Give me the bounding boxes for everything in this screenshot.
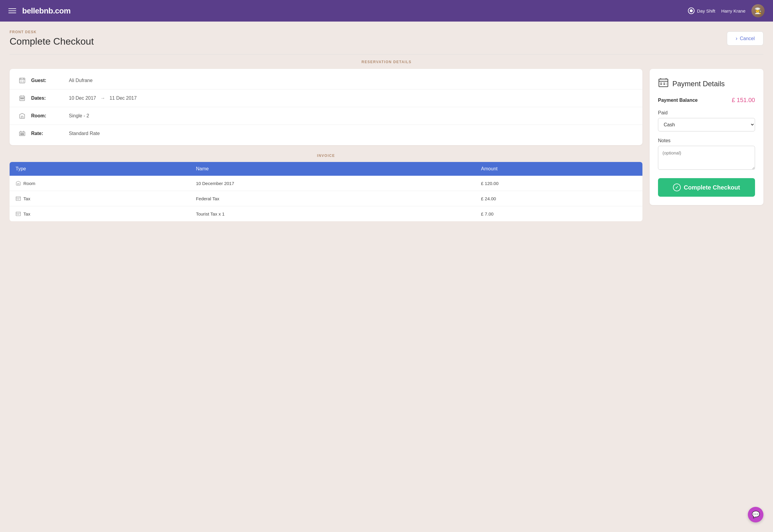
hamburger-menu[interactable]	[8, 8, 16, 13]
cancel-button[interactable]: › Cancel	[727, 31, 763, 46]
payment-balance-row: Payment Balance £ 151.00	[658, 97, 755, 104]
table-row: Tax Tourist Tax x 1 £ 7.00	[10, 206, 642, 222]
header-left: bellebnb.com	[8, 6, 71, 16]
name-cell: 10 December 2017	[190, 176, 475, 191]
type-cell: Tax	[10, 191, 190, 206]
table-row: Room 10 December 2017 £ 120.00	[10, 176, 642, 191]
rate-icon	[18, 130, 26, 137]
type-cell: Tax	[10, 206, 190, 222]
right-column: Payment Details Payment Balance £ 151.00…	[650, 69, 763, 205]
notes-input[interactable]	[658, 146, 755, 170]
name-cell: Tourist Tax x 1	[190, 206, 475, 222]
chat-fab[interactable]: 💬	[748, 507, 763, 522]
svg-rect-12	[21, 98, 22, 99]
content-row: Guest: Ali Dufrane Dates: 10 Dec 2017 →	[10, 69, 763, 221]
page-header-left: FRONT DESK Complete Checkout	[10, 30, 94, 47]
svg-rect-20	[22, 134, 24, 135]
reservation-card: Guest: Ali Dufrane Dates: 10 Dec 2017 →	[10, 69, 642, 145]
room-value: Single - 2	[69, 113, 89, 119]
amount-cell: £ 24.00	[475, 191, 642, 206]
reservation-section-label: RESERVATION DETAILS	[10, 54, 763, 64]
page-content: FRONT DESK Complete Checkout › Cancel RE…	[0, 22, 773, 230]
svg-rect-14	[23, 98, 24, 99]
header: bellebnb.com Day Shift Harry Krane 👨‍🍳	[0, 0, 773, 22]
svg-rect-13	[22, 98, 23, 99]
user-name: Harry Krane	[721, 8, 745, 13]
guest-value: Ali Dufrane	[69, 78, 93, 83]
dates-value: 10 Dec 2017 → 11 Dec 2017	[69, 96, 137, 101]
col-amount: Amount	[475, 162, 642, 176]
cancel-label: Cancel	[740, 36, 755, 41]
amount-cell: £ 120.00	[475, 176, 642, 191]
arrow-icon: →	[100, 96, 106, 101]
brand-logo: bellebnb.com	[22, 6, 71, 16]
balance-value: £ 151.00	[732, 97, 755, 104]
guest-row: Guest: Ali Dufrane	[10, 72, 642, 90]
chevron-right-icon: ›	[736, 35, 737, 42]
dates-row: Dates: 10 Dec 2017 → 11 Dec 2017	[10, 90, 642, 107]
rate-label: Rate:	[31, 131, 64, 136]
notes-label: Notes	[658, 138, 755, 143]
paid-label: Paid	[658, 110, 755, 116]
table-row: Tax Federal Tax £ 24.00	[10, 191, 642, 206]
checkout-button-label: Complete Checkout	[684, 184, 740, 191]
svg-rect-0	[19, 78, 25, 83]
payment-icon	[658, 77, 669, 90]
type-cell: Room	[10, 176, 190, 191]
complete-checkout-button[interactable]: ✓ Complete Checkout	[658, 178, 755, 197]
calendar-icon	[18, 95, 26, 101]
sun-icon	[688, 7, 695, 14]
rate-value: Standard Rate	[69, 131, 100, 136]
svg-rect-16	[19, 132, 25, 136]
chat-icon: 💬	[752, 511, 760, 519]
room-icon	[18, 113, 26, 119]
payment-title: Payment Details	[672, 80, 725, 88]
date-to: 11 Dec 2017	[110, 96, 137, 101]
shift-label: Day Shift	[697, 8, 715, 13]
date-from: 10 Dec 2017	[69, 96, 96, 101]
day-shift[interactable]: Day Shift	[688, 7, 715, 14]
rate-row: Rate: Standard Rate	[10, 125, 642, 142]
invoice-table: Type Name Amount Room 10 December 2017 £…	[10, 162, 642, 221]
dates-label: Dates:	[31, 96, 64, 101]
invoice-section-label: INVOICE	[10, 152, 642, 158]
check-circle-icon: ✓	[673, 184, 681, 191]
name-cell: Federal Tax	[190, 191, 475, 206]
payment-card: Payment Details Payment Balance £ 151.00…	[650, 69, 763, 205]
svg-rect-19	[21, 134, 22, 135]
left-column: Guest: Ali Dufrane Dates: 10 Dec 2017 →	[10, 69, 642, 221]
svg-rect-17	[21, 133, 22, 134]
payment-method-select[interactable]: CashCardBank TransferOther	[658, 118, 755, 131]
balance-label: Payment Balance	[658, 98, 698, 103]
amount-cell: £ 7.00	[475, 206, 642, 222]
room-label: Room:	[31, 113, 64, 119]
guest-icon	[18, 77, 26, 84]
col-type: Type	[10, 162, 190, 176]
breadcrumb: FRONT DESK	[10, 30, 94, 34]
header-right: Day Shift Harry Krane 👨‍🍳	[688, 4, 765, 17]
col-name: Name	[190, 162, 475, 176]
avatar[interactable]: 👨‍🍳	[751, 4, 765, 17]
page-title: Complete Checkout	[10, 36, 94, 47]
svg-rect-18	[22, 133, 24, 134]
room-row: Room: Single - 2	[10, 107, 642, 125]
guest-label: Guest:	[31, 78, 64, 83]
page-header: FRONT DESK Complete Checkout › Cancel	[10, 30, 763, 47]
payment-header: Payment Details	[658, 77, 755, 90]
